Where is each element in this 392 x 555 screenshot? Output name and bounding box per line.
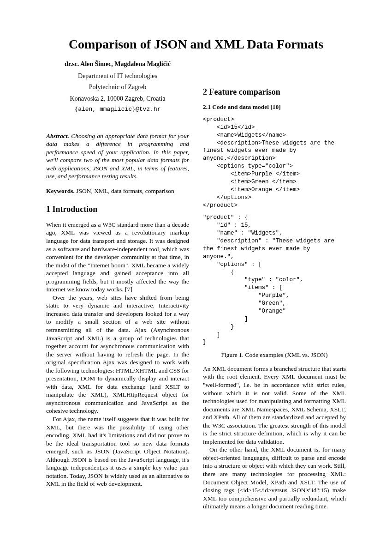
code-json-example: "product" : { "id" : 15, "name" : "Widge… — [203, 214, 346, 346]
right-column: 2 Feature comparison 2.1 Code and data m… — [203, 60, 346, 511]
paper-title: Comparison of JSON and XML Data Formats — [46, 37, 346, 52]
section-1-heading: 1 Introduction — [46, 204, 189, 215]
abstract-label: Abstract. — [46, 133, 69, 139]
affiliation-addr: Konavoska 2, 10000 Zagreb, Croatia — [46, 95, 189, 103]
paper-page: Comparison of JSON and XML Data Formats … — [0, 0, 392, 538]
abstract-body: Choosing an appropriate data format for … — [46, 133, 189, 180]
abstract: Abstract. Choosing an appropriate data f… — [46, 132, 189, 181]
authors: dr.sc. Alen Šimec, Magdalena Magličić — [46, 60, 189, 68]
intro-paragraph-3: For Ajax, the name itself suggests that … — [46, 415, 189, 488]
keywords-label: Keywords. — [46, 187, 75, 194]
affiliation-dept: Department of IT technologies — [46, 72, 189, 80]
subsection-21-heading: 2.1 Code and data model [10] — [203, 103, 346, 111]
section2-paragraph-1: An XML document forms a branched structu… — [203, 365, 346, 446]
code-xml-example: <product> <id>15</id> <name>Widgets</nam… — [203, 116, 346, 210]
keywords-body: JSON, XML, data formats, comparison — [76, 187, 174, 194]
intro-paragraph-1: When it emerged as a W3C standard more t… — [46, 221, 189, 294]
keywords: Keywords. JSON, XML, data formats, compa… — [46, 187, 189, 195]
affiliation-inst: Polytechnic of Zagreb — [46, 83, 189, 91]
intro-paragraph-2: Over the years, web sites have shifted f… — [46, 294, 189, 415]
two-column-layout: dr.sc. Alen Šimec, Magdalena Magličić De… — [46, 60, 346, 511]
section2-paragraph-2: On the other hand, the XML document is, … — [203, 446, 346, 510]
section-2-heading: 2 Feature comparison — [203, 87, 346, 97]
author-email: {alen, mmaglicic}@tvz.hr — [46, 106, 189, 114]
left-column: dr.sc. Alen Šimec, Magdalena Magličić De… — [46, 60, 189, 511]
figure-1-caption: Figure 1. Code examples (XML vs. JSON) — [203, 351, 346, 359]
